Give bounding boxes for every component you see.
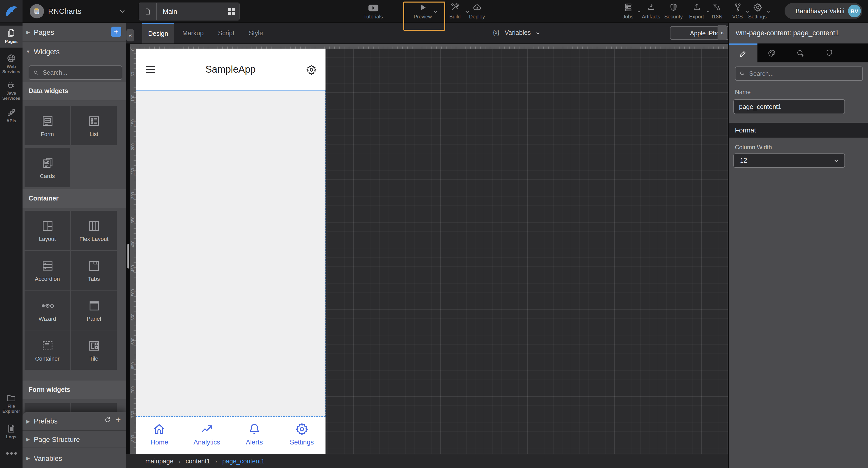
widget-tile-form[interactable]: Form <box>25 106 70 145</box>
flex-layout-widget-icon <box>87 219 100 232</box>
add-page-button[interactable]: + <box>111 27 121 37</box>
page-tab-label: Main <box>157 8 224 15</box>
widget-search[interactable] <box>29 65 122 80</box>
vertical-scrollbar[interactable] <box>127 244 129 269</box>
variables-chevron-icon[interactable] <box>535 31 540 36</box>
phone-nav-alerts[interactable]: Alerts <box>230 417 278 454</box>
widget-tile-container[interactable]: Container <box>25 330 70 370</box>
accordion-prefabs[interactable]: ▶ Prefabs + <box>23 412 126 430</box>
tab-script[interactable]: Script <box>212 23 241 43</box>
widget-tile-cards[interactable]: Cards <box>25 148 70 187</box>
wizard-widget-icon <box>40 299 55 312</box>
accordion-variables[interactable]: ▶ Variables <box>23 447 126 468</box>
name-field[interactable]: page_content1 <box>734 99 845 114</box>
deploy-button[interactable]: Deploy <box>462 3 492 20</box>
settings-chevron-icon[interactable] <box>766 9 771 14</box>
phone-preview: SampleApp Home Analytics Alerts Settin <box>135 48 326 454</box>
hamburger-menu-icon[interactable] <box>146 66 155 75</box>
security-shield-icon <box>669 3 678 12</box>
property-search-input[interactable] <box>748 70 858 78</box>
phone-appnavbar-widget[interactable]: SampleApp <box>135 48 326 91</box>
expand-right-panel-button[interactable]: » <box>717 25 727 40</box>
phone-nav-label: Home <box>151 438 168 446</box>
horizontal-ruler <box>130 43 728 48</box>
variables-dropdown[interactable]: Variables <box>505 29 531 36</box>
add-prefab-icon[interactable]: + <box>116 416 121 424</box>
page-grid-icon[interactable] <box>224 8 239 15</box>
phone-tabbar-widget: Home Analytics Alerts Settings <box>135 417 326 454</box>
more-tools-dots-icon[interactable] <box>0 452 23 455</box>
breadcrumb-content1[interactable]: content1 <box>186 458 210 465</box>
tab-security[interactable] <box>815 43 843 62</box>
section-header-container: Container <box>23 189 126 208</box>
studio-window: RNCharts Main Tutorials Preview <box>0 0 868 468</box>
format-section-header[interactable]: Format <box>729 123 868 138</box>
property-search[interactable] <box>735 66 863 81</box>
sidebar-item-file-explorer[interactable]: FileExplorer <box>0 393 23 414</box>
phone-page-content-selected[interactable] <box>135 91 326 417</box>
breadcrumb-page-content1[interactable]: page_content1 <box>222 458 264 465</box>
gear-icon <box>294 422 309 436</box>
project-switcher-chevron-icon[interactable] <box>119 8 126 15</box>
widget-tile-flex-layout[interactable]: Flex Layout <box>71 211 117 250</box>
sidebar-item-apis[interactable]: APIs <box>0 107 23 124</box>
preview-button[interactable]: Preview <box>407 3 438 20</box>
widget-tile-panel[interactable]: Panel <box>71 291 117 330</box>
tutorials-button[interactable]: Tutorials <box>358 3 388 20</box>
tab-design[interactable]: Design <box>142 23 174 43</box>
tab-style-label: Style <box>249 29 263 37</box>
widget-tile-wizard[interactable]: Wizard <box>25 291 70 330</box>
tab-design-label: Design <box>148 30 168 37</box>
widget-tile-list[interactable]: List <box>71 106 117 145</box>
pages-accordion-header[interactable]: ▶ Pages + <box>23 23 126 42</box>
form-widget-icon <box>41 114 54 128</box>
refresh-prefabs-icon[interactable] <box>104 416 111 424</box>
layout-widget-icon <box>41 219 54 232</box>
widget-tile-accordion[interactable]: Accordion <box>25 250 70 290</box>
widget-tile-layout[interactable]: Layout <box>25 211 70 250</box>
tab-markup[interactable]: Markup <box>177 23 209 43</box>
sidebar-item-pages[interactable]: Pages <box>0 26 23 47</box>
widgets-accordion-header[interactable]: ▼ Widgets <box>23 42 126 61</box>
widget-search-input[interactable] <box>42 69 118 77</box>
ruler-value: 650 <box>130 362 136 369</box>
phone-nav-label: Alerts <box>246 438 263 446</box>
avatar: BV <box>848 5 861 18</box>
project-avatar[interactable] <box>30 4 44 19</box>
column-width-label: Column Width <box>735 144 772 151</box>
column-width-select[interactable]: 12 <box>734 154 845 168</box>
tab-style[interactable]: Style <box>243 23 269 43</box>
phone-header-gear-icon[interactable] <box>306 64 317 76</box>
tabs-widget-icon <box>87 259 100 272</box>
ruler-value: 550 <box>130 313 136 321</box>
preview-chevron-icon[interactable] <box>433 9 438 14</box>
ruler-value: 800 <box>130 434 136 442</box>
ruler-value: 300 <box>130 192 136 199</box>
translate-icon <box>712 3 722 12</box>
tab-properties[interactable] <box>729 43 757 62</box>
accordion-page-structure[interactable]: ▶ Page Structure <box>23 430 126 448</box>
tab-markup-label: Markup <box>182 29 204 37</box>
widget-tile-tabs[interactable]: Tabs <box>71 250 117 290</box>
widget-tile-label: Tile <box>90 355 98 361</box>
sidebar-item-web-services[interactable]: WebServices <box>0 53 23 74</box>
app-logo[interactable] <box>0 0 23 23</box>
widget-tile-tile[interactable]: Tile <box>71 330 117 370</box>
settings-button[interactable]: Settings <box>743 3 772 20</box>
tab-styles[interactable] <box>757 43 786 62</box>
phone-nav-home[interactable]: Home <box>135 417 183 454</box>
export-label: Export <box>689 14 704 20</box>
page-tab-main[interactable]: Main <box>139 3 240 21</box>
jobs-label: Jobs <box>623 14 633 20</box>
breadcrumb-mainpage[interactable]: mainpage <box>145 458 174 465</box>
phone-nav-analytics[interactable]: Analytics <box>183 417 231 454</box>
gear-icon <box>752 3 762 12</box>
tab-inspect[interactable] <box>786 43 815 62</box>
user-menu[interactable]: Bandhavya Vakiti BV <box>784 3 862 19</box>
sidebar-item-logs[interactable]: Logs <box>0 424 23 440</box>
phone-nav-settings[interactable]: Settings <box>278 417 326 454</box>
sidebar-item-java-services[interactable]: JavaServices <box>0 80 23 101</box>
security-label: Security <box>664 14 683 20</box>
collapse-left-panel-button[interactable]: « <box>126 29 134 41</box>
caret-down-icon: ▼ <box>23 49 34 54</box>
